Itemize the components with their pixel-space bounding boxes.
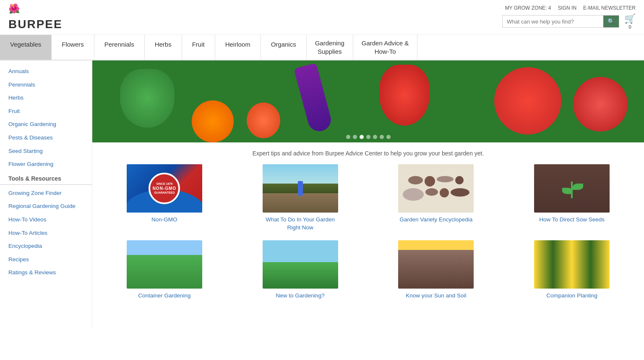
non-gmo-img-bg: SINCE 1876 NON-GMO GUARANTEED bbox=[127, 164, 202, 213]
nav-item-fruit[interactable]: Fruit bbox=[182, 35, 215, 60]
card-sun-soil: Know your Sun and Soil bbox=[370, 240, 502, 300]
cart-button[interactable]: 🛒 0 bbox=[624, 13, 636, 29]
hero-dot-6[interactable] bbox=[380, 135, 384, 139]
logo-text: BURPEE bbox=[8, 18, 63, 31]
sidebar-item-annuals[interactable]: Annuals bbox=[0, 65, 92, 78]
expert-tip-text: Expert tips and advice from Burpee Advic… bbox=[92, 142, 644, 164]
sidebar-item-organic-gardening[interactable]: Organic Gardening bbox=[0, 118, 92, 131]
card-encyclopedia-image bbox=[398, 164, 474, 213]
sprout-leaf-left bbox=[562, 188, 573, 194]
nav-item-organics[interactable]: Organics bbox=[261, 35, 307, 60]
sidebar-item-pests-diseases[interactable]: Pests & Diseases bbox=[0, 131, 92, 145]
card-direct-sow-link[interactable]: How To Direct Sow Seeds bbox=[539, 216, 605, 224]
card-non-gmo-image: SINCE 1876 NON-GMO GUARANTEED bbox=[127, 164, 202, 213]
search-input[interactable] bbox=[503, 16, 603, 27]
tomato-1-decoration bbox=[494, 67, 561, 134]
tomato-2-decoration bbox=[573, 77, 628, 131]
sidebar-item-encyclopedia[interactable]: Encyclopedia bbox=[0, 239, 92, 253]
hero-dot-4[interactable] bbox=[366, 135, 370, 139]
card-direct-sow-image bbox=[534, 164, 610, 213]
hero-banner bbox=[92, 60, 644, 142]
search-cart-area: 🔍 🛒 0 bbox=[502, 13, 636, 29]
card-companion-planting-link[interactable]: Companion Planting bbox=[546, 292, 597, 300]
page-layout: Annuals Perennials Herbs Fruit Organic G… bbox=[0, 60, 644, 329]
logo[interactable]: 🌺 BURPEE bbox=[8, 3, 63, 31]
nav-item-vegetables[interactable]: Vegetables bbox=[0, 35, 52, 60]
seeds-bg bbox=[398, 164, 474, 213]
sprout-leaf-right bbox=[573, 184, 583, 190]
sidebar-item-how-to-videos[interactable]: How-To Videos bbox=[0, 213, 92, 226]
sidebar-item-seed-starting[interactable]: Seed Starting bbox=[0, 145, 92, 158]
card-sun-soil-link[interactable]: Know your Sun and Soil bbox=[406, 292, 466, 300]
seed-6 bbox=[425, 188, 438, 196]
nongmo-guaranteed: GUARANTEED bbox=[154, 191, 175, 194]
cards-grid: SINCE 1876 NON-GMO GUARANTEED Non-GMO Wh… bbox=[92, 164, 644, 317]
seed-5 bbox=[403, 188, 424, 201]
sidebar-item-flower-gardening[interactable]: Flower Gardening bbox=[0, 158, 92, 171]
card-garden-now-image bbox=[263, 164, 338, 213]
sidebar-item-how-to-articles[interactable]: How-To Articles bbox=[0, 226, 92, 240]
nongmo-main-text: NON-GMO bbox=[153, 186, 176, 191]
card-direct-sow: How To Direct Sow Seeds bbox=[506, 164, 638, 232]
main-nav: Vegetables Flowers Perennials Herbs Frui… bbox=[0, 35, 644, 60]
card-non-gmo: SINCE 1876 NON-GMO GUARANTEED Non-GMO bbox=[99, 164, 230, 232]
hero-dot-1[interactable] bbox=[346, 135, 350, 139]
sidebar-item-perennials[interactable]: Perennials bbox=[0, 78, 92, 92]
hero-dot-7[interactable] bbox=[386, 135, 391, 139]
sidebar-item-recipes[interactable]: Recipes bbox=[0, 253, 92, 266]
card-companion-planting-image bbox=[534, 240, 610, 289]
cart-icon: 🛒 bbox=[624, 13, 636, 24]
seed-3 bbox=[437, 176, 454, 182]
card-new-gardening-image bbox=[263, 240, 338, 289]
header-links: MY GROW ZONE: 4 SIGN IN E-MAIL NEWSLETTE… bbox=[505, 5, 636, 11]
seed-4 bbox=[455, 176, 464, 184]
sidebar-item-ratings-reviews[interactable]: Ratings & Reviews bbox=[0, 266, 92, 279]
card-sun-soil-image bbox=[398, 240, 474, 289]
sprout-bg bbox=[534, 164, 610, 213]
card-container-gardening-image bbox=[127, 240, 202, 289]
seed-1 bbox=[408, 176, 423, 184]
card-container-gardening-link[interactable]: Container Gardening bbox=[138, 292, 190, 300]
nongmo-since: SINCE 1876 bbox=[156, 182, 172, 186]
nav-item-garden-advice[interactable]: Garden Advice &How-To bbox=[353, 35, 418, 60]
sun-soil-bg bbox=[398, 240, 474, 289]
sidebar-item-fruit[interactable]: Fruit bbox=[0, 105, 92, 118]
card-garden-now: What To Do In Your GardenRight Now bbox=[235, 164, 366, 232]
hero-dot-3[interactable] bbox=[360, 135, 364, 139]
cart-count: 0 bbox=[628, 24, 631, 29]
main-content: Expert tips and advice from Burpee Advic… bbox=[92, 60, 644, 329]
card-encyclopedia-link[interactable]: Garden Variety Encyclopedia bbox=[399, 216, 472, 224]
nav-item-perennials[interactable]: Perennials bbox=[94, 35, 145, 60]
search-button[interactable]: 🔍 bbox=[603, 16, 619, 27]
hero-dot-2[interactable] bbox=[353, 135, 357, 139]
nongmo-badge: SINCE 1876 NON-GMO GUARANTEED bbox=[149, 173, 180, 204]
search-box: 🔍 bbox=[502, 15, 619, 28]
card-non-gmo-link[interactable]: Non-GMO bbox=[151, 216, 177, 224]
card-encyclopedia: Garden Variety Encyclopedia bbox=[370, 164, 502, 232]
card-garden-now-link[interactable]: What To Do In Your GardenRight Now bbox=[266, 216, 335, 232]
sidebar-item-regional-gardening-guide[interactable]: Regional Gardening Guide bbox=[0, 200, 92, 213]
hero-dot-5[interactable] bbox=[373, 135, 377, 139]
seed-7 bbox=[440, 188, 449, 197]
green-pepper-decoration bbox=[120, 69, 175, 128]
nav-item-flowers[interactable]: Flowers bbox=[52, 35, 94, 60]
card-companion-planting: Companion Planting bbox=[506, 240, 638, 300]
email-newsletter-link[interactable]: E-MAIL NEWSLETTER bbox=[583, 5, 636, 11]
card-new-gardening: New to Gardening? bbox=[235, 240, 366, 300]
garden-path-bg bbox=[263, 164, 338, 213]
sidebar: Annuals Perennials Herbs Fruit Organic G… bbox=[0, 60, 92, 329]
seed-2 bbox=[425, 176, 435, 187]
sprout-stem bbox=[571, 181, 573, 198]
sidebar-item-growing-zone-finder[interactable]: Growing Zone Finder bbox=[0, 187, 92, 200]
grow-zone: MY GROW ZONE: 4 bbox=[505, 5, 551, 11]
sidebar-item-herbs[interactable]: Herbs bbox=[0, 91, 92, 105]
card-container-gardening: Container Gardening bbox=[99, 240, 230, 300]
nav-item-gardening-supplies[interactable]: GardeningSupplies bbox=[307, 35, 353, 60]
tools-resources-heading: Tools & Resources bbox=[0, 171, 92, 185]
header: 🌺 BURPEE MY GROW ZONE: 4 SIGN IN E-MAIL … bbox=[0, 0, 644, 35]
header-right: MY GROW ZONE: 4 SIGN IN E-MAIL NEWSLETTE… bbox=[502, 5, 636, 29]
card-new-gardening-link[interactable]: New to Gardening? bbox=[276, 292, 324, 300]
nav-item-heirloom[interactable]: Heirloom bbox=[215, 35, 261, 60]
sign-in-link[interactable]: SIGN IN bbox=[558, 5, 576, 11]
nav-item-herbs[interactable]: Herbs bbox=[145, 35, 182, 60]
